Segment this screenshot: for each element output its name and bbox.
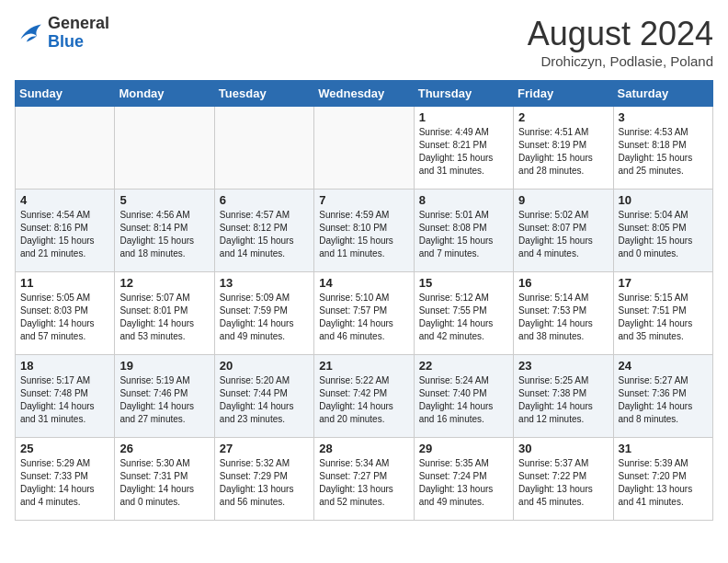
cell-info: Sunrise: 5:22 AM Sunset: 7:42 PM Dayligh… bbox=[319, 374, 408, 426]
day-number: 21 bbox=[319, 359, 408, 373]
day-number: 28 bbox=[319, 442, 408, 455]
calendar-cell: 28Sunrise: 5:34 AM Sunset: 7:27 PM Dayli… bbox=[314, 438, 414, 521]
day-number: 1 bbox=[419, 110, 508, 124]
weekday-header: Tuesday bbox=[214, 81, 313, 107]
calendar-cell: 8Sunrise: 5:01 AM Sunset: 8:08 PM Daylig… bbox=[414, 190, 513, 272]
logo-line2: Blue bbox=[48, 33, 109, 52]
day-number: 3 bbox=[619, 110, 708, 124]
cell-info: Sunrise: 5:04 AM Sunset: 8:05 PM Dayligh… bbox=[619, 209, 708, 260]
day-number: 20 bbox=[220, 359, 309, 373]
calendar-cell: 24Sunrise: 5:27 AM Sunset: 7:36 PM Dayli… bbox=[613, 355, 712, 438]
calendar-cell: 12Sunrise: 5:07 AM Sunset: 8:01 PM Dayli… bbox=[115, 272, 214, 355]
weekday-header: Wednesday bbox=[314, 81, 414, 107]
weekday-header: Sunday bbox=[16, 81, 115, 107]
logo: General Blue bbox=[15, 15, 109, 52]
calendar-week-row: 11Sunrise: 5:05 AM Sunset: 8:03 PM Dayli… bbox=[16, 272, 713, 355]
calendar-cell: 5Sunrise: 4:56 AM Sunset: 8:14 PM Daylig… bbox=[115, 190, 214, 272]
calendar-week-row: 25Sunrise: 5:29 AM Sunset: 7:33 PM Dayli… bbox=[16, 438, 713, 521]
day-number: 12 bbox=[119, 276, 209, 290]
calendar-cell: 19Sunrise: 5:19 AM Sunset: 7:46 PM Dayli… bbox=[115, 355, 214, 438]
calendar-week-row: 18Sunrise: 5:17 AM Sunset: 7:48 PM Dayli… bbox=[16, 355, 713, 438]
calendar-cell: 6Sunrise: 4:57 AM Sunset: 8:12 PM Daylig… bbox=[214, 190, 313, 272]
location-subtitle: Drohiczyn, Podlasie, Poland bbox=[528, 53, 713, 69]
calendar-cell: 17Sunrise: 5:15 AM Sunset: 7:51 PM Dayli… bbox=[613, 272, 712, 355]
calendar-cell: 18Sunrise: 5:17 AM Sunset: 7:48 PM Dayli… bbox=[16, 355, 115, 438]
calendar-cell: 14Sunrise: 5:10 AM Sunset: 7:57 PM Dayli… bbox=[314, 272, 414, 355]
day-number: 6 bbox=[220, 193, 309, 207]
day-number: 9 bbox=[518, 193, 608, 207]
cell-info: Sunrise: 5:14 AM Sunset: 7:53 PM Dayligh… bbox=[518, 292, 608, 343]
day-number: 11 bbox=[20, 276, 109, 290]
calendar-cell: 7Sunrise: 4:59 AM Sunset: 8:10 PM Daylig… bbox=[314, 190, 414, 272]
day-number: 22 bbox=[419, 359, 508, 373]
day-number: 17 bbox=[619, 276, 708, 290]
cell-info: Sunrise: 5:01 AM Sunset: 8:08 PM Dayligh… bbox=[419, 209, 508, 260]
cell-info: Sunrise: 5:29 AM Sunset: 7:33 PM Dayligh… bbox=[20, 457, 109, 509]
calendar-cell: 29Sunrise: 5:35 AM Sunset: 7:24 PM Dayli… bbox=[414, 438, 513, 521]
calendar-cell: 22Sunrise: 5:24 AM Sunset: 7:40 PM Dayli… bbox=[414, 355, 513, 438]
day-number: 31 bbox=[619, 442, 708, 455]
calendar-cell bbox=[115, 107, 214, 190]
cell-info: Sunrise: 5:25 AM Sunset: 7:38 PM Dayligh… bbox=[518, 374, 608, 426]
calendar-cell: 11Sunrise: 5:05 AM Sunset: 8:03 PM Dayli… bbox=[16, 272, 115, 355]
cell-info: Sunrise: 4:49 AM Sunset: 8:21 PM Dayligh… bbox=[419, 126, 508, 178]
calendar-cell: 26Sunrise: 5:30 AM Sunset: 7:31 PM Dayli… bbox=[115, 438, 214, 521]
cell-info: Sunrise: 5:17 AM Sunset: 7:48 PM Dayligh… bbox=[20, 374, 109, 426]
calendar-week-row: 1Sunrise: 4:49 AM Sunset: 8:21 PM Daylig… bbox=[16, 107, 713, 190]
cell-info: Sunrise: 5:02 AM Sunset: 8:07 PM Dayligh… bbox=[518, 209, 608, 260]
day-number: 13 bbox=[220, 276, 309, 290]
calendar-cell bbox=[214, 107, 313, 190]
page-header: General Blue August 2024 Drohiczyn, Podl… bbox=[15, 15, 713, 69]
calendar-cell: 9Sunrise: 5:02 AM Sunset: 8:07 PM Daylig… bbox=[514, 190, 613, 272]
calendar-cell: 16Sunrise: 5:14 AM Sunset: 7:53 PM Dayli… bbox=[514, 272, 613, 355]
cell-info: Sunrise: 4:54 AM Sunset: 8:16 PM Dayligh… bbox=[20, 209, 109, 260]
calendar-cell: 23Sunrise: 5:25 AM Sunset: 7:38 PM Dayli… bbox=[514, 355, 613, 438]
weekday-header-row: SundayMondayTuesdayWednesdayThursdayFrid… bbox=[16, 81, 713, 107]
calendar-cell: 31Sunrise: 5:39 AM Sunset: 7:20 PM Dayli… bbox=[613, 438, 712, 521]
cell-info: Sunrise: 4:59 AM Sunset: 8:10 PM Dayligh… bbox=[319, 209, 408, 260]
calendar-cell: 25Sunrise: 5:29 AM Sunset: 7:33 PM Dayli… bbox=[16, 438, 115, 521]
calendar-cell: 15Sunrise: 5:12 AM Sunset: 7:55 PM Dayli… bbox=[414, 272, 513, 355]
weekday-header: Monday bbox=[115, 81, 214, 107]
cell-info: Sunrise: 4:56 AM Sunset: 8:14 PM Dayligh… bbox=[119, 209, 209, 260]
logo-icon bbox=[15, 18, 44, 48]
day-number: 8 bbox=[419, 193, 508, 207]
day-number: 29 bbox=[419, 442, 508, 455]
day-number: 25 bbox=[20, 442, 109, 455]
day-number: 7 bbox=[319, 193, 408, 207]
day-number: 18 bbox=[20, 359, 109, 373]
calendar-cell: 20Sunrise: 5:20 AM Sunset: 7:44 PM Dayli… bbox=[214, 355, 313, 438]
cell-info: Sunrise: 5:24 AM Sunset: 7:40 PM Dayligh… bbox=[419, 374, 508, 426]
cell-info: Sunrise: 4:57 AM Sunset: 8:12 PM Dayligh… bbox=[220, 209, 309, 260]
calendar-week-row: 4Sunrise: 4:54 AM Sunset: 8:16 PM Daylig… bbox=[16, 190, 713, 272]
day-number: 5 bbox=[119, 193, 209, 207]
calendar-cell: 4Sunrise: 4:54 AM Sunset: 8:16 PM Daylig… bbox=[16, 190, 115, 272]
cell-info: Sunrise: 5:07 AM Sunset: 8:01 PM Dayligh… bbox=[119, 292, 209, 343]
cell-info: Sunrise: 5:09 AM Sunset: 7:59 PM Dayligh… bbox=[220, 292, 309, 343]
weekday-header: Friday bbox=[514, 81, 613, 107]
cell-info: Sunrise: 5:19 AM Sunset: 7:46 PM Dayligh… bbox=[119, 374, 209, 426]
day-number: 23 bbox=[518, 359, 608, 373]
cell-info: Sunrise: 5:35 AM Sunset: 7:24 PM Dayligh… bbox=[419, 457, 508, 509]
cell-info: Sunrise: 4:53 AM Sunset: 8:18 PM Dayligh… bbox=[619, 126, 708, 178]
calendar-cell: 2Sunrise: 4:51 AM Sunset: 8:19 PM Daylig… bbox=[514, 107, 613, 190]
day-number: 27 bbox=[220, 442, 309, 455]
cell-info: Sunrise: 5:10 AM Sunset: 7:57 PM Dayligh… bbox=[319, 292, 408, 343]
calendar-cell bbox=[314, 107, 414, 190]
cell-info: Sunrise: 5:32 AM Sunset: 7:29 PM Dayligh… bbox=[220, 457, 309, 509]
calendar-cell: 21Sunrise: 5:22 AM Sunset: 7:42 PM Dayli… bbox=[314, 355, 414, 438]
day-number: 14 bbox=[319, 276, 408, 290]
day-number: 26 bbox=[119, 442, 209, 455]
day-number: 2 bbox=[518, 110, 608, 124]
calendar-cell: 13Sunrise: 5:09 AM Sunset: 7:59 PM Dayli… bbox=[214, 272, 313, 355]
cell-info: Sunrise: 5:34 AM Sunset: 7:27 PM Dayligh… bbox=[319, 457, 408, 509]
calendar-cell: 3Sunrise: 4:53 AM Sunset: 8:18 PM Daylig… bbox=[613, 107, 712, 190]
cell-info: Sunrise: 5:30 AM Sunset: 7:31 PM Dayligh… bbox=[119, 457, 209, 509]
cell-info: Sunrise: 5:15 AM Sunset: 7:51 PM Dayligh… bbox=[619, 292, 708, 343]
day-number: 30 bbox=[518, 442, 608, 455]
calendar-cell: 27Sunrise: 5:32 AM Sunset: 7:29 PM Dayli… bbox=[214, 438, 313, 521]
logo-line1: General bbox=[48, 15, 109, 33]
calendar-cell bbox=[16, 107, 115, 190]
calendar-cell: 10Sunrise: 5:04 AM Sunset: 8:05 PM Dayli… bbox=[613, 190, 712, 272]
cell-info: Sunrise: 5:37 AM Sunset: 7:22 PM Dayligh… bbox=[518, 457, 608, 509]
